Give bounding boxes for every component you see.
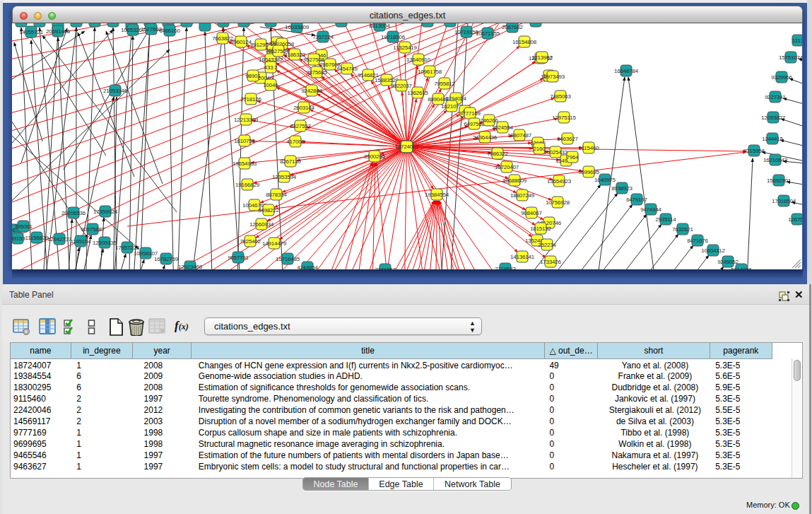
svg-text:7632621: 7632621: [672, 226, 693, 233]
svg-text:1362615: 1362615: [407, 90, 428, 96]
svg-text:1244415: 1244415: [762, 136, 783, 142]
svg-text:746266: 746266: [480, 117, 498, 124]
svg-text:17016504: 17016504: [772, 198, 796, 204]
svg-text:1615132: 1615132: [530, 226, 551, 232]
svg-text:11156829: 11156829: [25, 235, 49, 241]
svg-text:10807487: 10807487: [507, 132, 532, 139]
svg-text:8960124: 8960124: [230, 39, 252, 45]
svg-text:12093827: 12093827: [761, 115, 786, 121]
svg-text:417006: 417006: [286, 139, 305, 145]
svg-text:2718126: 2718126: [240, 96, 261, 103]
svg-text:16154808: 16154808: [512, 39, 537, 45]
svg-text:14136141: 14136141: [510, 254, 535, 260]
svg-text:12975115: 12975115: [552, 115, 576, 121]
svg-text:6466160: 6466160: [159, 28, 180, 34]
svg-text:9084067: 9084067: [521, 210, 542, 216]
svg-text:7485063: 7485063: [550, 93, 571, 100]
svg-text:1213967: 1213967: [531, 54, 553, 61]
svg-text:95822412: 95822412: [28, 23, 52, 25]
svg-text:1733426: 1733426: [540, 259, 561, 265]
svg-text:21053346: 21053346: [103, 88, 128, 94]
svg-text:12505135: 12505135: [93, 240, 117, 246]
svg-text:7357224: 7357224: [312, 34, 334, 40]
svg-text:2087682: 2087682: [502, 24, 523, 30]
svg-text:18807249: 18807249: [510, 192, 535, 199]
svg-text:6479197: 6479197: [626, 197, 647, 203]
svg-text:12213369: 12213369: [234, 117, 259, 123]
svg-text:1810755: 1810755: [234, 138, 255, 144]
svg-text:19166829: 19166829: [235, 182, 260, 188]
svg-text:19654983: 19654983: [233, 160, 257, 167]
svg-text:8878334: 8878334: [266, 192, 287, 198]
svg-text:18724007: 18724007: [395, 144, 420, 150]
svg-text:3624554: 3624554: [492, 124, 513, 131]
svg-text:10688609: 10688609: [502, 177, 527, 184]
svg-text:8267130: 8267130: [280, 158, 301, 165]
svg-text:20206536: 20206536: [61, 210, 86, 216]
svg-text:9242848: 9242848: [301, 88, 322, 94]
svg-text:2935114: 2935114: [655, 216, 676, 223]
svg-text:126753: 126753: [788, 216, 802, 223]
svg-text:17359924: 17359924: [93, 209, 118, 215]
svg-text:10756928: 10756928: [546, 199, 570, 206]
svg-text:16210643: 16210643: [763, 157, 788, 163]
svg-text:1145194: 1145194: [70, 238, 91, 245]
svg-text:13640910: 13640910: [406, 57, 431, 63]
svg-text:12353594: 12353594: [272, 174, 297, 180]
svg-text:9227341: 9227341: [765, 94, 786, 100]
svg-text:1640975: 1640975: [594, 177, 616, 183]
svg-text:10973493: 10973493: [541, 74, 565, 80]
svg-text:16782759: 16782759: [154, 256, 179, 262]
svg-text:8186323: 8186323: [284, 52, 305, 58]
svg-text:8322037: 8322037: [391, 83, 412, 89]
svg-text:9245052: 9245052: [717, 259, 739, 265]
svg-text:3341057: 3341057: [375, 267, 396, 270]
svg-text:9777169: 9777169: [459, 110, 481, 117]
svg-text:4744854: 4744854: [297, 264, 318, 270]
svg-text:15751074: 15751074: [779, 54, 802, 61]
svg-text:24942603: 24942603: [101, 23, 126, 25]
svg-text:9699695: 9699695: [578, 169, 599, 175]
svg-text:433 2: 433 2: [264, 64, 278, 71]
svg-text:8813054: 8813054: [369, 23, 390, 29]
svg-text:15716485: 15716485: [276, 256, 300, 262]
svg-text:10961758: 10961758: [418, 69, 442, 75]
svg-text:9463627: 9463627: [557, 136, 578, 142]
svg-text:8427552: 8427552: [290, 123, 311, 129]
svg-text:14914479: 14914479: [262, 240, 287, 247]
svg-text:10046: 10046: [263, 82, 278, 88]
svg-text:98901: 98901: [245, 73, 261, 79]
svg-text:9474444: 9474444: [640, 206, 661, 213]
svg-text:8471676: 8471676: [687, 238, 708, 244]
svg-text:21364436: 21364436: [473, 134, 498, 141]
svg-text:8938923: 8938923: [611, 185, 632, 192]
svg-text:10025433: 10025433: [543, 149, 568, 156]
svg-text:12942737: 12942737: [47, 236, 72, 243]
svg-text:395061: 395061: [14, 223, 33, 230]
svg-text:16648784: 16648784: [614, 68, 639, 74]
svg-text:11325419: 11325419: [393, 45, 417, 51]
svg-text:20691406: 20691406: [46, 28, 71, 35]
svg-text:12923468: 12923468: [178, 264, 203, 270]
svg-text:15720407: 15720407: [495, 164, 519, 170]
svg-text:12660934: 12660934: [249, 221, 274, 228]
svg-text:9329966: 9329966: [771, 74, 792, 81]
svg-text:15692901: 15692901: [767, 177, 792, 184]
svg-text:2603144: 2603144: [293, 105, 314, 111]
svg-text:7986322: 7986322: [487, 151, 508, 157]
svg-text:7625402: 7625402: [240, 238, 261, 245]
svg-text:10654112: 10654112: [701, 247, 725, 254]
svg-text:9657791: 9657791: [228, 255, 249, 261]
svg-text:8498222: 8498222: [258, 207, 279, 214]
svg-text:7964: 7964: [567, 154, 579, 160]
svg-text:14055721: 14055721: [19, 29, 44, 35]
svg-text:16033809: 16033809: [285, 24, 310, 30]
svg-text:2719583: 2719583: [495, 266, 516, 270]
svg-text:252234: 252234: [538, 242, 556, 248]
svg-text:3875685: 3875685: [306, 69, 327, 76]
svg-text:8215958: 8215958: [743, 148, 765, 154]
svg-text:39159: 39159: [12, 235, 25, 242]
svg-text:1117: 1117: [792, 37, 802, 44]
svg-text:19384554: 19384554: [425, 192, 449, 198]
svg-text:7955812: 7955812: [434, 81, 455, 87]
